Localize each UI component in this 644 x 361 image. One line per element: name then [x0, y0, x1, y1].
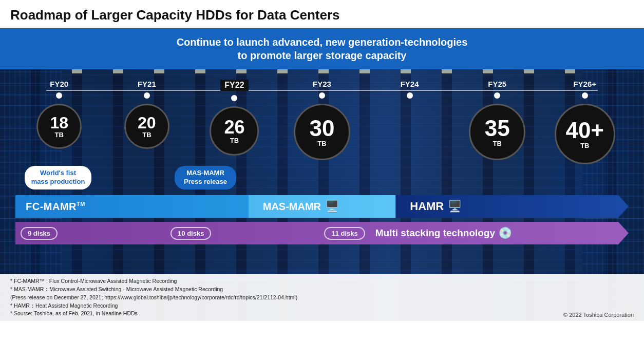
disk-pill-10: 10 disks [171, 227, 211, 240]
fy20-dot [56, 92, 62, 99]
banner-line1: Continue to launch advanced, new generat… [177, 36, 468, 48]
main-area: FY20 18 TB FY21 20 TB [0, 69, 644, 321]
timeline-row: FY20 18 TB FY21 20 TB [15, 69, 629, 164]
timeline-item-fy25: FY25 35 TB [453, 80, 541, 160]
disk-pill-11: 11 disks [324, 227, 365, 240]
fcmamr-sup: TM [77, 201, 85, 207]
capacity-circle-18tb: 18 TB [36, 104, 82, 149]
hamr-icon: 🖥️ [448, 200, 462, 213]
footnote-3: (Press release on December 27, 2021; htt… [10, 294, 634, 302]
fy22-dot [231, 95, 237, 101]
capacity-circle-26tb: 26 TB [210, 106, 259, 156]
cap-number-26: 26 [224, 118, 244, 137]
cap-number-18: 18 [50, 115, 68, 131]
footnote-1: * FC-MAMR™ : Flux Control-Microwave Assi… [10, 277, 634, 286]
cap-unit-35: TB [493, 140, 502, 147]
bar-multistacking: 9 disks 10 disks 11 disks Multi stacking… [15, 222, 629, 244]
masmamr-icon: 🖥️ [325, 200, 339, 213]
tech-bar-row-1: FC-MAMRTM MAS-MAMR 🖥️ HAMR 🖥️ [15, 195, 629, 218]
banner-line2: to promote larger storage capacity [238, 50, 407, 61]
footnote-5: * Source: Toshiba, as of Feb, 2021, in N… [10, 310, 634, 318]
fcmamr-label: FC-MAMRTM [26, 201, 85, 213]
timeline-item-fy23: FY23 30 TB [278, 80, 366, 160]
fy22-label: FY22 [220, 80, 248, 91]
fy24-label: FY24 [401, 80, 419, 88]
capacity-circle-20tb: 20 TB [124, 104, 169, 149]
hamr-label: HAMR [410, 200, 444, 213]
capacity-circle-35tb: 35 TB [469, 104, 525, 160]
footnotes: * FC-MAMR™ : Flux Control-Microwave Assi… [0, 274, 644, 321]
fy26-dot [582, 92, 588, 99]
cap-unit-20: TB [142, 131, 151, 139]
cap-number-20: 20 [138, 115, 156, 131]
cap-number-35: 35 [485, 117, 510, 140]
cap-number-30: 30 [310, 117, 335, 140]
cap-unit-18: TB [55, 131, 64, 139]
timeline-item-fy20: FY20 18 TB [15, 80, 103, 149]
bar-hamr: HAMR 🖥️ [395, 195, 629, 218]
fy23-label: FY23 [313, 80, 331, 88]
cap-unit-40: TB [580, 142, 589, 149]
footnote-4: * HAMR：Heat Assisted Magnetic Recording [10, 302, 634, 310]
multistacking-label: Multi stacking technology [375, 227, 495, 239]
slide-title: Roadmap of Larger Capacity HDDs for Data… [10, 7, 634, 23]
fy23-dot [319, 92, 325, 99]
capacity-circle-40tb: 40+ TB [555, 104, 615, 164]
timeline-item-fy26: FY26+ 40+ TB [541, 80, 629, 164]
copyright: © 2022 Toshiba Corporation [563, 312, 634, 318]
capacity-circle-30tb: 30 TB [294, 104, 350, 160]
blue-banner: Continue to launch advanced, new generat… [0, 28, 644, 69]
footnote-2: * MAS-MAMR：Microwave Assisted Switching … [10, 286, 634, 294]
fy21-label: FY21 [138, 80, 156, 88]
bar-multistacking-row: 9 disks 10 disks 11 disks Multi stacking… [15, 222, 629, 244]
timeline-item-fy21: FY21 20 TB [103, 80, 191, 149]
fy24-dot [407, 92, 413, 99]
masmamr-label: MAS-MAMR [263, 201, 321, 213]
annotation-row: World's fist mass production MAS-MAMR Pr… [15, 168, 629, 194]
fy25-label: FY25 [488, 80, 506, 88]
multistacking-icon: 💿 [498, 226, 512, 240]
slide-header: Roadmap of Larger Capacity HDDs for Data… [0, 0, 644, 28]
fy20-label: FY20 [50, 80, 68, 88]
bar-masmamr: MAS-MAMR 🖥️ [249, 195, 420, 218]
disk-pill-9: 9 disks [21, 227, 58, 240]
cap-unit-26: TB [230, 137, 239, 144]
fy25-dot [494, 92, 500, 99]
bubble-worlds-first: World's fist mass production [25, 166, 91, 189]
fy26-label: FY26+ [573, 80, 596, 88]
fy21-dot [144, 92, 150, 99]
slide: Roadmap of Larger Capacity HDDs for Data… [0, 0, 644, 361]
bubble-mas-mamr: MAS-MAMR Press release [175, 166, 236, 189]
timeline-item-fy24: FY24 [366, 80, 453, 102]
cap-unit-30: TB [317, 140, 326, 147]
cap-number-40: 40+ [565, 119, 604, 142]
timeline-item-fy22: FY22 26 TB [191, 80, 278, 156]
